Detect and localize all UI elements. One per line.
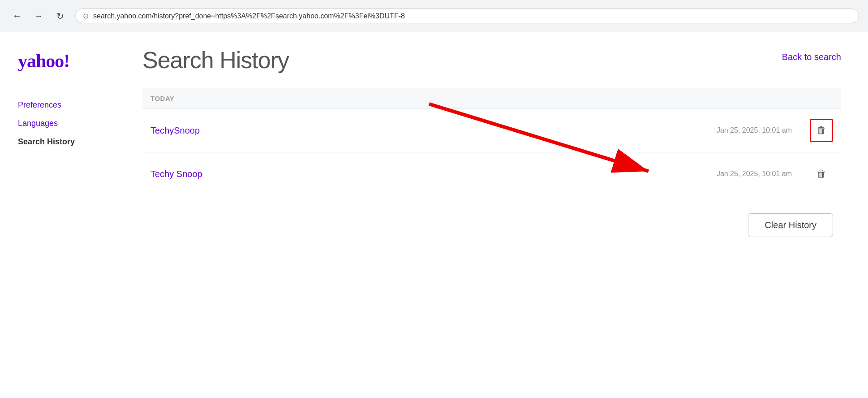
- sidebar: yahoo! Preferences Languages Search Hist…: [0, 32, 116, 398]
- sidebar-item-preferences[interactable]: Preferences: [18, 99, 105, 112]
- history-date-0: Jan 25, 2025, 10:01 am: [717, 126, 792, 134]
- address-bar-container: ⊙: [75, 9, 859, 23]
- yahoo-logo: yahoo!: [18, 50, 105, 72]
- page-container: yahoo! Preferences Languages Search Hist…: [0, 32, 868, 398]
- clear-history-wrap: Clear History: [142, 213, 841, 237]
- nav-menu: Preferences Languages Search History: [18, 99, 105, 148]
- page-title: Search History: [142, 47, 289, 74]
- main-content: Search History Back to search TODAY Tech…: [116, 32, 868, 398]
- forward-button[interactable]: →: [30, 8, 47, 24]
- address-bar[interactable]: [93, 12, 851, 20]
- trash-icon-1: 🗑: [816, 168, 826, 180]
- reload-button[interactable]: ↻: [52, 8, 68, 24]
- history-link-techy-snoop[interactable]: Techy Snoop: [150, 169, 717, 179]
- section-today-label: TODAY: [142, 88, 841, 108]
- browser-chrome: ← → ↻ ⊙: [0, 0, 868, 32]
- history-date-1: Jan 25, 2025, 10:01 am: [717, 170, 792, 178]
- history-section: TODAY TechySnoop Jan 25, 2025, 10:01 am …: [142, 88, 841, 195]
- page-header: Search History Back to search: [142, 47, 841, 74]
- delete-button-1[interactable]: 🗑: [810, 162, 833, 186]
- history-link-techysnoop[interactable]: TechySnoop: [150, 125, 717, 136]
- back-to-search-link[interactable]: Back to search: [782, 52, 841, 62]
- trash-icon-0: 🗑: [816, 125, 826, 136]
- clear-history-button[interactable]: Clear History: [748, 213, 833, 237]
- back-button[interactable]: ←: [9, 8, 25, 24]
- nav-buttons: ← → ↻: [9, 8, 68, 24]
- sidebar-item-languages[interactable]: Languages: [18, 117, 105, 130]
- history-item: TechySnoop Jan 25, 2025, 10:01 am 🗑: [142, 108, 841, 152]
- delete-button-0[interactable]: 🗑: [810, 119, 833, 142]
- site-icon: ⊙: [83, 12, 89, 20]
- history-item-1: Techy Snoop Jan 25, 2025, 10:01 am 🗑: [142, 152, 841, 195]
- sidebar-item-search-history[interactable]: Search History: [18, 135, 105, 148]
